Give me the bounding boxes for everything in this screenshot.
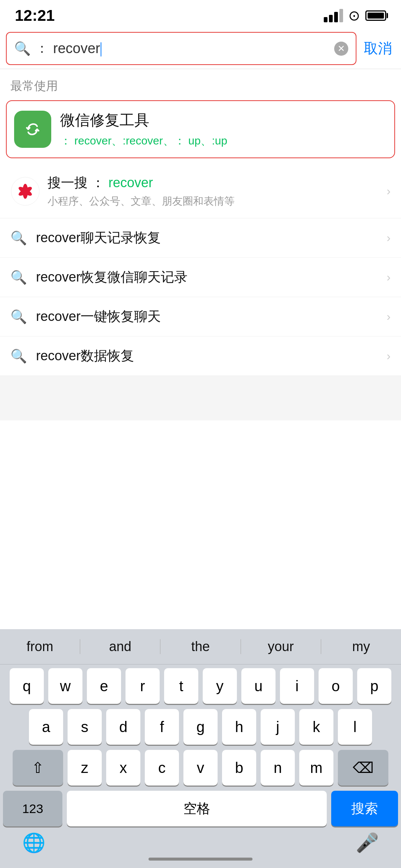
key-o[interactable]: o [319, 668, 353, 704]
shift-key[interactable]: ⇧ [13, 750, 63, 786]
predictive-word-2[interactable]: the [160, 636, 240, 657]
battery-icon [365, 10, 386, 21]
keyboard-rows: q w e r t y u i o p a s d f g h j k l ⇧ … [0, 664, 401, 828]
space-key[interactable]: 空格 [67, 791, 327, 826]
home-indicator [0, 858, 401, 868]
predictive-word-4[interactable]: my [321, 636, 401, 657]
status-icons: ⊙ [324, 7, 386, 24]
wechat-arrow-icon: › [387, 184, 391, 198]
wechat-search-item[interactable]: 搜一搜 ： recover 小程序、公众号、文章、朋友圈和表情等 › [0, 164, 401, 218]
svg-point-0 [22, 118, 44, 140]
predictive-word-3[interactable]: your [241, 636, 321, 657]
app-icon [14, 111, 51, 148]
arrow-icon-1: › [387, 270, 391, 284]
predictive-word-0[interactable]: from [0, 636, 80, 657]
key-row-3: ⇧ z x c v b n m ⌫ [3, 750, 398, 786]
clear-button[interactable]: ✕ [334, 42, 348, 56]
key-r[interactable]: r [125, 668, 160, 704]
suggestion-text-2: recover一键恢复聊天 [36, 308, 378, 326]
home-bar [149, 858, 252, 861]
key-g[interactable]: g [183, 709, 218, 745]
search-suggestion-icon: 🔍 [10, 230, 27, 246]
search-input-wrapper[interactable]: 🔍 ： recover ✕ [6, 32, 356, 65]
key-c[interactable]: c [145, 750, 179, 786]
status-bar: 12:21 ⊙ [0, 0, 401, 28]
wechat-search-title: 搜一搜 ： recover [48, 174, 379, 192]
gray-spacer [0, 376, 401, 420]
key-n[interactable]: n [261, 750, 295, 786]
arrow-icon-0: › [387, 231, 391, 245]
key-m[interactable]: m [299, 750, 333, 786]
search-magnifier-icon: 🔍 [14, 41, 31, 56]
most-used-label: 最常使用 [0, 69, 401, 100]
key-h[interactable]: h [222, 709, 256, 745]
wechat-logo [10, 176, 40, 206]
app-info: 微信修复工具 ： recover、:recover、： up、:up [60, 110, 387, 149]
key-i[interactable]: i [280, 668, 314, 704]
suggestion-item[interactable]: 🔍 recover聊天记录恢复 › [0, 218, 401, 258]
bottom-bar: 🌐 🎤 [0, 828, 401, 858]
cancel-button[interactable]: 取消 [361, 39, 395, 58]
key-a[interactable]: a [29, 709, 63, 745]
wechat-search-subtitle: 小程序、公众号、文章、朋友圈和表情等 [48, 194, 379, 208]
key-b[interactable]: b [222, 750, 256, 786]
suggestion-item[interactable]: 🔍 recover恢复微信聊天记录 › [0, 258, 401, 297]
search-suggestion-icon: 🔍 [10, 348, 27, 364]
suggestion-text-0: recover聊天记录恢复 [36, 229, 378, 247]
key-row-1: q w e r t y u i o p [3, 668, 398, 704]
suggestion-item[interactable]: 🔍 recover一键恢复聊天 › [0, 297, 401, 337]
globe-icon[interactable]: 🌐 [22, 832, 45, 854]
delete-key[interactable]: ⌫ [338, 750, 388, 786]
arrow-icon-2: › [387, 310, 391, 324]
key-f[interactable]: f [145, 709, 179, 745]
suggestion-text-3: recover数据恢复 [36, 347, 378, 365]
wechat-search-content: 搜一搜 ： recover 小程序、公众号、文章、朋友圈和表情等 [48, 174, 379, 208]
predictive-word-1[interactable]: and [80, 636, 160, 657]
app-result-card[interactable]: 微信修复工具 ： recover、:recover、： up、:up [6, 100, 395, 158]
key-s[interactable]: s [68, 709, 102, 745]
wifi-icon: ⊙ [348, 7, 360, 24]
keyboard-area: from and the your my q w e r t y u i o p… [0, 629, 401, 868]
suggestion-item[interactable]: 🔍 recover数据恢复 › [0, 337, 401, 376]
key-k[interactable]: k [299, 709, 333, 745]
key-x[interactable]: x [106, 750, 140, 786]
status-time: 12:21 [15, 7, 55, 25]
signal-icon [324, 9, 343, 22]
key-w[interactable]: w [48, 668, 82, 704]
key-l[interactable]: l [338, 709, 372, 745]
mic-icon[interactable]: 🎤 [356, 832, 379, 854]
results-area: 最常使用 微信修复工具 ： recover、:recover、： up、:up [0, 69, 401, 376]
numbers-key[interactable]: 123 [3, 791, 62, 826]
app-tags: ： recover、:recover、： up、:up [60, 133, 387, 149]
key-j[interactable]: j [261, 709, 295, 745]
key-d[interactable]: d [106, 709, 140, 745]
search-suggestion-icon: 🔍 [10, 309, 27, 325]
key-v[interactable]: v [183, 750, 218, 786]
predictive-bar: from and the your my [0, 629, 401, 664]
key-e[interactable]: e [87, 668, 121, 704]
search-query-text: recover [53, 40, 330, 56]
key-u[interactable]: u [241, 668, 276, 704]
app-tags-text: ： recover、:recover、： up、:up [60, 134, 227, 147]
search-key[interactable]: 搜索 [331, 791, 398, 826]
search-suggestion-icon: 🔍 [10, 270, 27, 285]
search-prefix: ： [35, 39, 49, 58]
suggestion-text-1: recover恢复微信聊天记录 [36, 268, 378, 286]
key-z[interactable]: z [68, 750, 102, 786]
key-y[interactable]: y [203, 668, 237, 704]
key-p[interactable]: p [357, 668, 391, 704]
key-row-2: a s d f g h j k l [3, 709, 398, 745]
key-q[interactable]: q [10, 668, 44, 704]
search-bar-container: 🔍 ： recover ✕ 取消 [0, 28, 401, 69]
key-t[interactable]: t [164, 668, 198, 704]
arrow-icon-3: › [387, 349, 391, 363]
search-bar-inner: 🔍 ： recover ✕ 取消 [6, 32, 395, 65]
key-row-4: 123 空格 搜索 [3, 791, 398, 826]
app-name: 微信修复工具 [60, 110, 387, 130]
